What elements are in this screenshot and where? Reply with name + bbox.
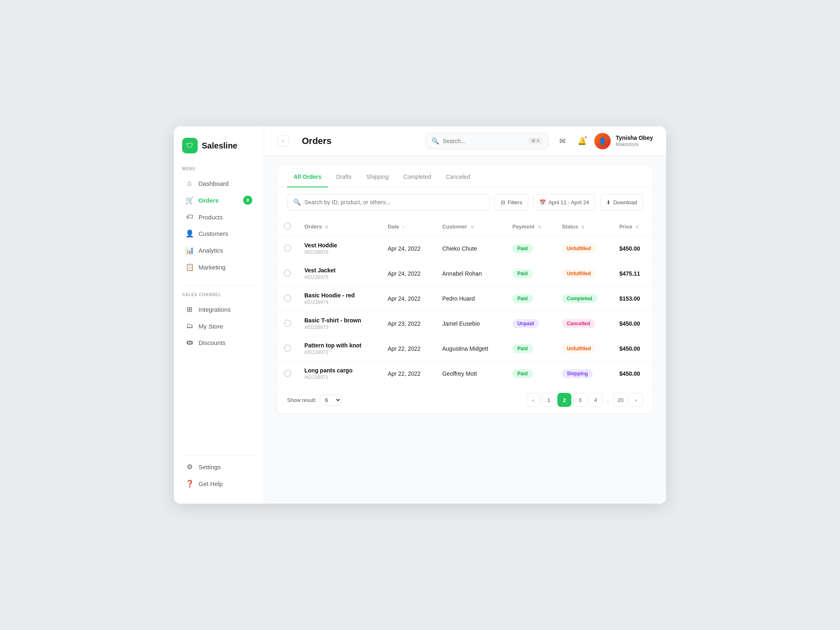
- help-icon: ❓: [185, 479, 194, 488]
- tab-drafts[interactable]: Drafts: [330, 166, 358, 187]
- orders-search-input[interactable]: [304, 199, 484, 205]
- row-customer: Jamel Eusebio: [436, 311, 506, 336]
- sidebar-item-products[interactable]: 🏷 Products: [177, 209, 260, 225]
- page-20-button[interactable]: 20: [614, 393, 628, 407]
- row-checkbox-cell: [277, 311, 298, 336]
- global-search-input[interactable]: [443, 138, 525, 144]
- orders-search-icon: 🔍: [293, 199, 301, 206]
- sidebar-logo[interactable]: 🛡 Salesline: [174, 126, 264, 163]
- prev-page-button[interactable]: ‹: [526, 393, 540, 407]
- col-status[interactable]: Status ⇅: [555, 217, 613, 236]
- sidebar-item-marketing[interactable]: 📋 Marketing: [177, 259, 260, 276]
- user-name: Tynisha Obey: [616, 135, 653, 142]
- row-checkbox[interactable]: [284, 294, 291, 302]
- col-price[interactable]: Price ⇅: [613, 217, 653, 236]
- page-2-button[interactable]: 2: [557, 393, 571, 407]
- row-order: Pattern top with knot #ID238972: [298, 336, 381, 361]
- row-status: Cancelled: [555, 311, 613, 336]
- table-row[interactable]: Vest Hoddie #ID238976 Apr 24, 2022 Chiek…: [277, 236, 653, 261]
- row-checkbox[interactable]: [284, 244, 291, 252]
- sidebar-item-mystore[interactable]: 🗂 My Store: [177, 318, 260, 334]
- tab-shipping[interactable]: Shipping: [360, 166, 395, 187]
- tab-canceled[interactable]: Canceled: [439, 166, 477, 187]
- sidebar-item-customers[interactable]: 👤 Customers: [177, 225, 260, 242]
- orders-search-bar[interactable]: 🔍: [287, 194, 490, 210]
- filters-button[interactable]: ⊟ Filters: [495, 194, 528, 210]
- table-row[interactable]: Basic T-shirt - brown #ID238973 Apr 23, …: [277, 311, 653, 336]
- row-checkbox[interactable]: [284, 269, 291, 277]
- row-customer: Pedro Huard: [436, 286, 506, 311]
- app-window: 🛡 Salesline MENU ⌂ Dashboard 🛒 Orders 8 …: [174, 126, 666, 504]
- sidebar-item-settings[interactable]: ⚙ Settings: [177, 459, 260, 475]
- row-date: Apr 23, 2022: [381, 311, 436, 336]
- table-row[interactable]: Pattern top with knot #ID238972 Apr 22, …: [277, 336, 653, 361]
- show-result: Show result: 6 10 20: [287, 395, 342, 406]
- table-row[interactable]: Long pants cargo #ID238971 Apr 22, 2022 …: [277, 361, 653, 386]
- table-row[interactable]: Vest Jacket #ID238975 Apr 24, 2022 Annab…: [277, 261, 653, 286]
- show-result-select[interactable]: 6 10 20: [320, 395, 342, 406]
- sidebar-divider-bottom: [182, 455, 256, 455]
- orders-card: All Orders Drafts Shipping Completed Can…: [277, 166, 653, 413]
- payment-sort-icon: ⇅: [538, 225, 541, 229]
- collapse-sidebar-button[interactable]: ‹: [277, 135, 289, 147]
- table-row[interactable]: Basic Hoodie - red #ID238974 Apr 24, 202…: [277, 286, 653, 311]
- price-sort-icon: ⇅: [635, 225, 639, 229]
- orders-badge: 8: [243, 196, 252, 205]
- order-name: Pattern top with knot: [304, 342, 374, 349]
- discounts-icon: 🎟: [185, 338, 194, 347]
- mail-button[interactable]: ✉: [555, 134, 570, 148]
- col-customer[interactable]: Customer ⇅: [436, 217, 506, 236]
- sidebar-item-analytics[interactable]: 📊 Analytics: [177, 242, 260, 259]
- col-payment[interactable]: Payment ⇅: [506, 217, 555, 236]
- page-3-button[interactable]: 3: [573, 393, 587, 407]
- search-shortcut: ⌘ K: [529, 137, 542, 144]
- page-1-button[interactable]: 1: [542, 393, 556, 407]
- next-page-button[interactable]: ›: [629, 393, 643, 407]
- date-range-label: April 11 - April 24: [548, 199, 589, 205]
- row-status: Shipping: [555, 361, 613, 386]
- row-customer: Annabel Rohan: [436, 261, 506, 286]
- payment-badge: Paid: [512, 269, 532, 278]
- col-date[interactable]: Date ↑: [381, 217, 436, 236]
- row-date: Apr 22, 2022: [381, 336, 436, 361]
- status-badge: Unfulfilled: [562, 244, 596, 253]
- order-id: #ID238971: [304, 374, 374, 380]
- row-price: $450.00: [613, 361, 653, 386]
- sidebar-item-orders[interactable]: 🛒 Orders 8: [177, 192, 260, 209]
- sidebar-item-integrations[interactable]: ⊞ Integrations: [177, 301, 260, 318]
- filters-label: Filters: [508, 199, 522, 205]
- page-4-button[interactable]: 4: [589, 393, 603, 407]
- filters-icon: ⊟: [501, 199, 505, 205]
- payment-badge: Paid: [512, 344, 532, 353]
- row-checkbox-cell: [277, 261, 298, 286]
- orders-table: Orders ⇅ Date ↑ Customer ⇅ Payment ⇅ Sta…: [277, 217, 653, 386]
- row-order: Long pants cargo #ID238971: [298, 361, 381, 386]
- sidebar-item-discounts[interactable]: 🎟 Discounts: [177, 334, 260, 351]
- sidebar-item-label: Marketing: [199, 264, 226, 271]
- row-price: $153.00: [613, 286, 653, 311]
- orders-sort-icon: ⇅: [325, 225, 328, 229]
- col-orders[interactable]: Orders ⇅: [298, 217, 381, 236]
- products-icon: 🏷: [185, 213, 194, 221]
- select-all-checkbox[interactable]: [284, 222, 291, 230]
- order-id: #ID238973: [304, 324, 374, 330]
- row-status: Unfulfilled: [555, 236, 613, 261]
- settings-icon: ⚙: [185, 463, 194, 471]
- header-actions: ✉ 🔔 👤 Tynisha Obey Makostore: [555, 133, 653, 149]
- row-customer: Geoffrey Mott: [436, 361, 506, 386]
- download-button[interactable]: ⬇ Download: [600, 194, 643, 210]
- sidebar-item-label: Integrations: [199, 306, 231, 313]
- notification-button[interactable]: 🔔: [575, 134, 589, 148]
- date-range-button[interactable]: 📅 April 11 - April 24: [533, 194, 595, 210]
- row-date: Apr 24, 2022: [381, 286, 436, 311]
- tab-completed[interactable]: Completed: [397, 166, 438, 187]
- row-checkbox[interactable]: [284, 370, 291, 377]
- avatar[interactable]: 👤: [594, 133, 611, 149]
- tab-all-orders[interactable]: All Orders: [287, 166, 328, 187]
- row-checkbox[interactable]: [284, 345, 291, 352]
- table-header-row: Orders ⇅ Date ↑ Customer ⇅ Payment ⇅ Sta…: [277, 217, 653, 236]
- sidebar-item-dashboard[interactable]: ⌂ Dashboard: [177, 175, 260, 192]
- row-checkbox[interactable]: [284, 320, 291, 327]
- sidebar-item-gethelp[interactable]: ❓ Get Help: [177, 475, 260, 492]
- global-search-bar[interactable]: 🔍 ⌘ K: [425, 133, 548, 149]
